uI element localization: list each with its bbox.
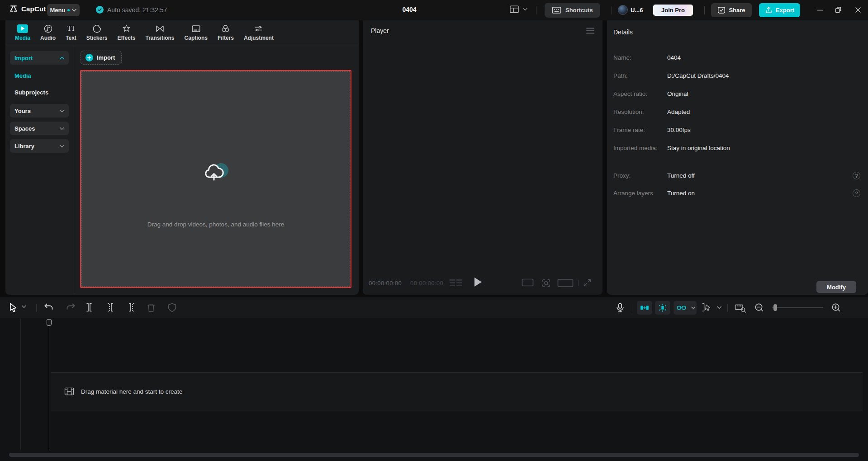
zoom-slider-handle[interactable] [773,304,777,311]
sidebar-item-library[interactable]: Library [10,139,69,153]
empty-track-placeholder[interactable]: Drag material here and start to create [51,372,863,410]
import-button[interactable]: Import [81,51,122,65]
effects-icon [122,24,131,33]
sidebar-item-import[interactable]: Import [10,51,69,65]
tab-media[interactable]: Media [10,24,35,41]
detail-row-frame-rate: Frame rate: 30.00fps [613,126,858,134]
record-voiceover-icon[interactable] [616,303,625,313]
layout-mode-control[interactable] [509,5,527,14]
undo-icon[interactable] [44,303,54,312]
delete-icon[interactable] [147,303,156,312]
app-name: CapCut [21,5,46,13]
link-icon [674,305,689,311]
window-restore-button[interactable] [831,4,845,16]
detail-row-proxy: Proxy: Turned off [613,172,858,180]
tab-stickers[interactable]: Stickers [81,24,113,41]
timeline-zoom-slider[interactable] [772,307,823,308]
transitions-icon [155,24,165,33]
adapt-timeline-icon[interactable] [735,303,746,313]
top-bar: CapCut Menu Auto saved: 21:32:57 0404 Sh… [0,0,868,20]
mask-shield-icon[interactable] [168,303,176,312]
playhead-handle[interactable] [47,319,52,326]
share-button[interactable]: Share [711,3,752,17]
canvas-size-icon[interactable] [557,278,574,288]
zoom-in-icon[interactable] [831,303,841,312]
select-tool-icon[interactable] [9,303,18,312]
aspect-ratio-icon[interactable] [522,278,534,287]
sidebar-item-yours[interactable]: Yours [10,104,69,118]
export-icon [765,6,773,14]
redo-icon[interactable] [66,303,76,312]
close-gap-toggle[interactable] [637,301,652,315]
arrange-layers-help-icon[interactable]: ? [853,189,860,197]
zoom-out-icon[interactable] [754,303,764,312]
track-header-divider [20,319,21,450]
detail-row-imported-media: Imported media: Stay in original locatio… [613,144,858,152]
tab-text[interactable]: TI Text [61,24,81,41]
media-dropzone[interactable]: Drag and drop videos, photos, and audio … [80,70,351,288]
project-title: 0404 [402,6,416,13]
link-clips-toggle[interactable] [674,301,697,315]
player-menu-icon[interactable] [586,28,594,34]
fullscreen-icon[interactable] [583,278,592,287]
chevron-down-icon[interactable] [689,306,697,309]
player-title: Player [371,27,389,34]
chevron-down-icon [60,145,64,148]
modify-button[interactable]: Modify [816,281,856,293]
timeline-area[interactable]: Drag material here and start to create [0,318,868,461]
proxy-help-icon[interactable]: ? [853,172,860,179]
chevron-up-icon [60,56,64,60]
frame-preview-icon[interactable] [450,279,463,287]
media-icon [17,24,28,33]
capcut-logo: CapCut [9,5,46,13]
play-button[interactable] [474,277,483,287]
toolbar-divider [632,304,632,312]
split-icon[interactable] [85,303,94,312]
media-tab-strip: Media Audio TI Text Stickers Effects Tra… [5,20,359,44]
select-tool-chevron-icon[interactable] [22,305,26,308]
magnetic-snap-toggle[interactable] [655,301,670,315]
autosave-status: Auto saved: 21:32:57 [96,6,167,14]
detail-row-arrange-layers: Arrange layers Turned on [613,189,858,198]
delete-left-icon[interactable] [106,303,115,312]
autosave-text: Auto saved: 21:32:57 [107,6,167,14]
preview-axis-chevron-icon[interactable] [717,306,721,309]
adjustment-icon [254,24,263,33]
cloud-upload-icon [203,161,230,184]
tab-audio[interactable]: Audio [35,24,61,41]
tab-adjustment[interactable]: Adjustment [239,24,279,41]
sidebar-item-media[interactable]: Media [10,69,69,82]
tab-effects[interactable]: Effects [113,24,141,41]
media-sidebar: Import Media Subprojects Yours Spaces Li… [5,45,74,295]
export-button[interactable]: Export [759,3,800,17]
window-close-button[interactable] [851,4,865,16]
window-minimize-button[interactable] [813,4,827,16]
layout-mode-icon [509,5,519,14]
sidebar-item-subprojects[interactable]: Subprojects [10,85,69,99]
timecode-current: 00:00:00:00 [369,280,402,287]
tab-transitions[interactable]: Transitions [141,24,180,41]
modify-label: Modify [827,284,846,291]
menu-label: Menu [50,7,66,14]
delete-right-icon[interactable] [127,303,136,312]
zoom-frame-icon[interactable] [541,278,551,288]
sidebar-item-spaces[interactable]: Spaces [10,122,69,135]
shortcuts-button[interactable]: Shortcuts [545,3,600,18]
tab-filters[interactable]: Filters [213,24,239,41]
player-controls-divider [578,280,579,286]
join-pro-button[interactable]: Join Pro [653,5,693,16]
topbar-divider [704,6,705,14]
detail-row-name: Name: 0404 [613,54,858,62]
tab-captions[interactable]: Captions [180,24,213,41]
preview-axis-icon[interactable] [701,303,713,312]
detail-row-resolution: Resolution: Adapted [613,108,858,116]
keyboard-icon [552,6,561,14]
plus-icon [85,54,93,61]
menu-notification-dot [67,9,70,11]
chevron-down-icon [72,9,76,12]
timeline-horizontal-scrollbar[interactable] [9,453,859,457]
user-account-chip[interactable]: U...6 [618,5,643,15]
menu-button[interactable]: Menu [47,4,80,16]
topbar-divider [536,6,536,14]
film-icon [64,387,74,395]
